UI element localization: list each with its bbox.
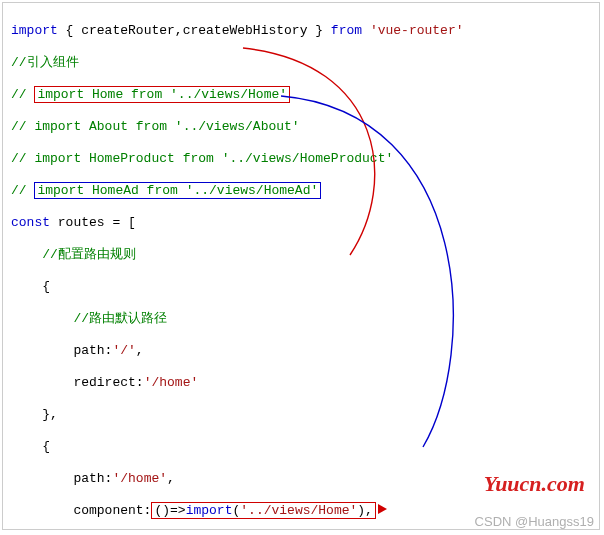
comment: //引入组件 (11, 55, 595, 71)
code-block: import { createRouter,createWebHistory }… (11, 7, 595, 535)
watermark: Yuucn.com (484, 471, 585, 497)
csdn-attribution: CSDN @Huangss19 (475, 514, 594, 529)
code-screenshot: import { createRouter,createWebHistory }… (2, 2, 600, 530)
highlight-red-source: import Home from '../views/Home' (34, 86, 290, 103)
arrow-head-red-icon (378, 504, 387, 514)
highlight-blue-source: import HomeAd from '../views/HomeAd' (34, 182, 321, 199)
keyword: import (11, 23, 58, 38)
highlight-red-target: ()=>import('../views/Home'), (151, 502, 375, 519)
